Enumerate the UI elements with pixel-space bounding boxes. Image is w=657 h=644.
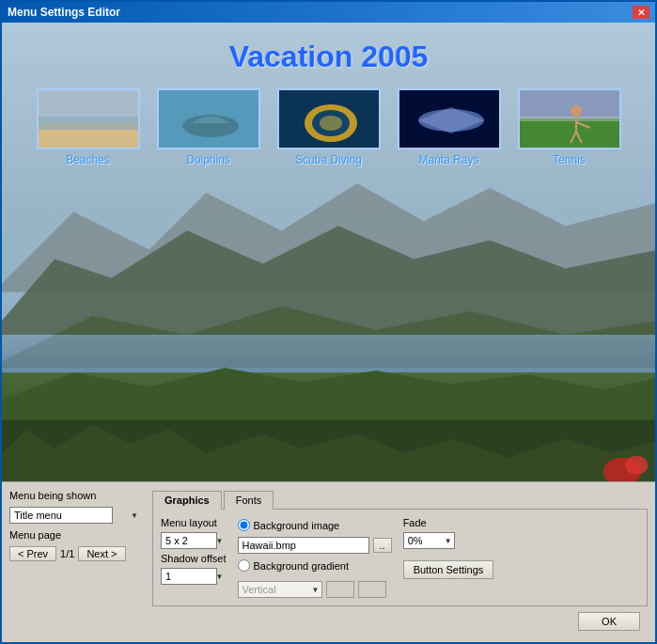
bg-gradient-radio[interactable] bbox=[238, 559, 250, 572]
browse-button[interactable]: .. bbox=[373, 538, 392, 553]
bg-gradient-label: Background gradient bbox=[254, 560, 350, 572]
fade-wrapper[interactable]: 0% 10% 25% 50% bbox=[403, 532, 455, 549]
ok-button[interactable]: OK bbox=[578, 612, 640, 631]
menu-being-shown-wrapper[interactable]: Title menu Chapter menu Special Features bbox=[9, 507, 141, 524]
page-nav: < Prev 1/1 Next > bbox=[9, 546, 141, 561]
menu-layout-label: Menu layout bbox=[161, 517, 227, 528]
thumb-img-manta bbox=[398, 88, 501, 149]
thumb-label-scuba: Scuba Diving bbox=[295, 153, 362, 166]
radio-group: Background image .. Background gradient bbox=[238, 519, 392, 598]
page-indicator: 1/1 bbox=[60, 548, 74, 559]
preview-area: Vacation 2005 Beaches bbox=[2, 23, 655, 481]
shadow-offset-label: Shadow offset bbox=[161, 553, 227, 564]
fade-row: 0% 10% 25% 50% bbox=[403, 532, 494, 549]
gradient-color-swatch-1[interactable] bbox=[326, 581, 354, 598]
thumb-label-beaches: Beaches bbox=[66, 153, 110, 166]
shadow-offset-wrapper[interactable]: 1 0 2 3 bbox=[161, 568, 227, 585]
thumb-label-manta: Manta Rays bbox=[418, 153, 478, 166]
main-window: Menu Settings Editor ✕ bbox=[0, 0, 657, 644]
tab-bar: Graphics Fonts bbox=[152, 490, 648, 510]
svg-point-19 bbox=[320, 116, 342, 131]
svg-rect-24 bbox=[520, 118, 621, 149]
next-button[interactable]: Next > bbox=[78, 546, 125, 561]
ok-row: OK bbox=[9, 606, 648, 635]
layout-group: Menu layout 5 x 2 4 x 3 3 x 3 Shadow off… bbox=[161, 517, 227, 585]
gradient-row: Vertical Horizontal bbox=[238, 581, 392, 598]
shadow-offset-select[interactable]: 1 0 2 3 bbox=[161, 568, 217, 585]
bottom-top-row: Menu being shown Title menu Chapter menu… bbox=[9, 490, 648, 606]
tab-content-graphics: Menu layout 5 x 2 4 x 3 3 x 3 Shadow off… bbox=[152, 510, 648, 606]
menu-page-label: Menu page bbox=[9, 529, 141, 541]
menu-being-shown-label: Menu being shown bbox=[9, 490, 141, 501]
svg-point-26 bbox=[571, 105, 582, 117]
menu-layout-wrapper[interactable]: 5 x 2 4 x 3 3 x 3 bbox=[161, 532, 227, 549]
svg-rect-23 bbox=[520, 90, 621, 118]
close-button[interactable]: ✕ bbox=[633, 6, 649, 19]
bg-image-radio[interactable] bbox=[238, 519, 250, 531]
thumb-img-scuba bbox=[277, 88, 381, 149]
button-settings-button[interactable]: Button Settings bbox=[403, 560, 494, 579]
svg-point-10 bbox=[625, 456, 648, 475]
thumb-tennis[interactable]: Tennis bbox=[518, 88, 621, 166]
thumb-label-tennis: Tennis bbox=[553, 153, 586, 166]
svg-rect-25 bbox=[520, 117, 621, 121]
bg-image-input[interactable] bbox=[238, 537, 369, 554]
tab-graphics[interactable]: Graphics bbox=[152, 491, 222, 510]
thumb-scuba[interactable]: Scuba Diving bbox=[277, 88, 381, 166]
bg-group: Background image .. Background gradient bbox=[238, 517, 392, 598]
fade-label: Fade bbox=[403, 517, 494, 528]
bg-image-radio-row: Background image bbox=[238, 519, 392, 531]
thumb-dolphins[interactable]: Dolphins bbox=[157, 88, 260, 166]
bg-gradient-radio-row: Background gradient bbox=[238, 559, 392, 572]
svg-rect-13 bbox=[39, 117, 140, 130]
menu-layout-select[interactable]: 5 x 2 4 x 3 3 x 3 bbox=[161, 532, 217, 549]
window-title: Menu Settings Editor bbox=[8, 6, 120, 19]
right-panel: Graphics Fonts Menu layout 5 x 2 bbox=[152, 490, 648, 606]
thumb-img-dolphins bbox=[157, 88, 260, 149]
gradient-color-swatch-2[interactable] bbox=[358, 581, 386, 598]
title-bar: Menu Settings Editor ✕ bbox=[2, 2, 655, 23]
fade-group: Fade 0% 10% 25% 50% bbox=[403, 517, 494, 579]
graphics-form-row: Menu layout 5 x 2 4 x 3 3 x 3 Shadow off… bbox=[161, 517, 639, 598]
bg-image-label: Background image bbox=[254, 520, 340, 531]
prev-button[interactable]: < Prev bbox=[9, 546, 56, 561]
tab-fonts[interactable]: Fonts bbox=[224, 491, 274, 510]
gradient-direction-wrapper[interactable]: Vertical Horizontal bbox=[238, 581, 322, 598]
thumb-label-dolphins: Dolphins bbox=[186, 153, 230, 166]
thumb-beaches[interactable]: Beaches bbox=[37, 88, 140, 166]
bg-image-file-row: .. bbox=[238, 537, 392, 554]
thumb-manta[interactable]: Manta Rays bbox=[398, 88, 501, 166]
thumbnails-row: Beaches Dolphins bbox=[2, 88, 655, 166]
thumb-img-tennis bbox=[518, 88, 621, 149]
gradient-direction-select[interactable]: Vertical Horizontal bbox=[238, 581, 322, 598]
bottom-panel: Menu being shown Title menu Chapter menu… bbox=[2, 481, 655, 642]
fade-select[interactable]: 0% 10% 25% 50% bbox=[403, 532, 455, 549]
preview-title: Vacation 2005 bbox=[2, 39, 655, 74]
menu-being-shown-select[interactable]: Title menu Chapter menu Special Features bbox=[9, 507, 113, 524]
thumb-img-beaches bbox=[37, 88, 140, 149]
left-controls: Menu being shown Title menu Chapter menu… bbox=[9, 490, 141, 606]
